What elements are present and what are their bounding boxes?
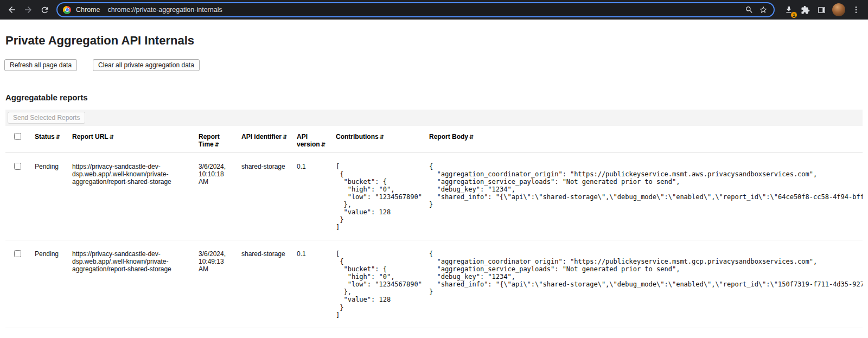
column-header-api-version[interactable]: API version⇵ <box>292 126 331 153</box>
page-title: Private Aggregation API Internals <box>5 34 863 48</box>
api-identifier-cell: shared-storage <box>237 240 292 328</box>
column-header-report-url[interactable]: Report URL⇵ <box>68 126 194 153</box>
download-badged-icon[interactable]: 1 <box>781 2 796 17</box>
menu-kebab-icon[interactable] <box>848 2 864 17</box>
extensions-puzzle-icon[interactable] <box>797 2 813 17</box>
report-time-cell: 3/6/2024, 10:10:18 AM <box>194 153 237 240</box>
row-checkbox[interactable] <box>14 250 21 257</box>
table-header-row: Status⇵ Report URL⇵ Report Time⇵ API ide… <box>5 126 863 153</box>
url-text[interactable]: chrome://private-aggregation-internals <box>107 6 222 14</box>
contributions-json: [ { "bucket": { "high": "0", "low": "123… <box>336 163 420 231</box>
sort-icon: ⇵ <box>283 134 287 140</box>
column-header-status[interactable]: Status⇵ <box>30 126 68 153</box>
chrome-logo-icon <box>63 6 71 14</box>
status-cell: Pending <box>30 240 68 328</box>
side-panel-icon[interactable] <box>814 2 829 17</box>
sort-icon: ⇵ <box>469 134 474 140</box>
send-selected-button[interactable]: Send Selected Reports <box>8 112 85 124</box>
report-url-cell: https://privacy-sandcastle-dev-dsp.web.a… <box>68 240 194 328</box>
address-bar[interactable]: Chrome chrome://private-aggregation-inte… <box>56 2 775 17</box>
status-cell: Pending <box>30 153 68 240</box>
report-time-cell: 3/6/2024, 10:49:13 AM <box>194 240 237 328</box>
column-header-report-body[interactable]: Report Body⇵ <box>425 126 863 153</box>
sort-icon: ⇵ <box>110 134 114 140</box>
back-icon[interactable] <box>4 2 20 17</box>
select-all-checkbox[interactable] <box>14 133 21 140</box>
row-checkbox[interactable] <box>14 163 21 170</box>
sort-icon: ⇵ <box>215 142 219 148</box>
sort-icon: ⇵ <box>56 134 60 140</box>
search-icon[interactable] <box>742 3 756 17</box>
forward-icon[interactable] <box>21 2 36 17</box>
reports-toolbar: Send Selected Reports <box>5 110 863 126</box>
profile-avatar[interactable] <box>832 3 845 16</box>
report-row: Pending https://privacy-sandcastle-dev-d… <box>5 153 863 240</box>
refresh-all-button[interactable]: Refresh all page data <box>4 59 77 71</box>
reload-icon[interactable] <box>37 2 52 17</box>
report-body-json: { "aggregation_coordinator_origin": "htt… <box>429 250 858 296</box>
bookmark-star-icon[interactable] <box>756 3 770 17</box>
sort-icon: ⇵ <box>380 134 384 140</box>
api-identifier-cell: shared-storage <box>237 153 292 240</box>
reports-table: Status⇵ Report URL⇵ Report Time⇵ API ide… <box>5 126 863 328</box>
clear-all-button[interactable]: Clear all private aggregation data <box>93 59 200 71</box>
column-header-report-time[interactable]: Report Time⇵ <box>194 126 237 153</box>
contributions-cell: [ { "bucket": { "high": "0", "low": "123… <box>331 153 425 240</box>
column-header-api-identifier[interactable]: API identifier⇵ <box>237 126 292 153</box>
report-body-cell: { "aggregation_coordinator_origin": "htt… <box>425 240 863 328</box>
report-body-json: { "aggregation_coordinator_origin": "htt… <box>429 163 858 208</box>
api-version-cell: 0.1 <box>292 240 331 328</box>
browser-toolbar: Chrome chrome://private-aggregation-inte… <box>0 0 868 20</box>
badge-count: 1 <box>790 11 797 18</box>
report-row: Pending https://privacy-sandcastle-dev-d… <box>5 240 863 328</box>
column-header-contributions[interactable]: Contributions⇵ <box>331 126 425 153</box>
contributions-cell: [ { "bucket": { "high": "0", "low": "123… <box>331 240 425 328</box>
page-content: Private Aggregation API Internals Refres… <box>0 34 868 328</box>
api-version-cell: 0.1 <box>292 153 331 240</box>
sort-icon: ⇵ <box>321 142 326 148</box>
section-title: Aggregatable reports <box>5 93 863 102</box>
scheme-chip: Chrome <box>76 6 100 14</box>
report-url-cell: https://privacy-sandcastle-dev-dsp.web.a… <box>68 153 194 240</box>
contributions-json: [ { "bucket": { "high": "0", "low": "123… <box>336 250 420 318</box>
report-body-cell: { "aggregation_coordinator_origin": "htt… <box>425 153 863 240</box>
